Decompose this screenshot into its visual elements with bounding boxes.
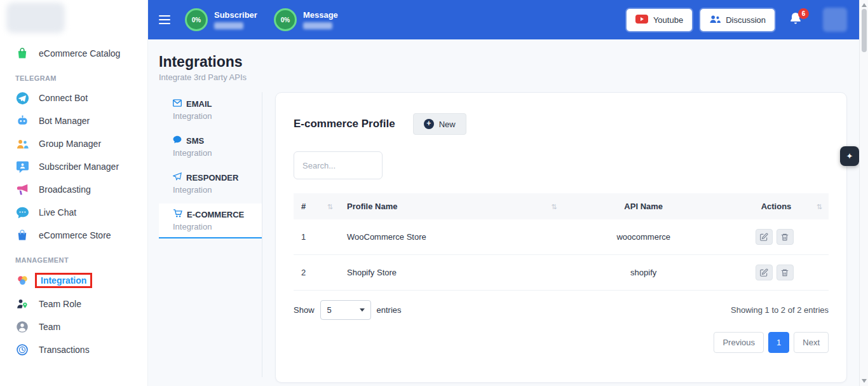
message-metric: 0% Message (274, 8, 338, 31)
cell-profile-name: Shopify Store (339, 255, 563, 291)
sidebar-item-label: eCommerce Store (39, 230, 111, 240)
subscriber-metric-value-redacted (214, 22, 243, 29)
notification-bell-icon[interactable]: 6 (789, 11, 803, 29)
sidebar-item-broadcasting[interactable]: Broadcasting (0, 178, 147, 201)
telegram-icon (15, 91, 29, 105)
megaphone-icon (15, 183, 29, 196)
robot-icon (15, 114, 29, 128)
sidebar-item-live-chat[interactable]: Live Chat (0, 201, 147, 224)
sidebar-item-group-manager[interactable]: Group Manager (0, 132, 147, 155)
sidebar-item-team[interactable]: Team (0, 315, 147, 338)
app-logo (6, 3, 65, 33)
tab-ecommerce-integration[interactable]: E-COMMERCE Integration (159, 203, 262, 238)
top-navbar: 0% Subscriber 0% Message Youtube (148, 0, 868, 39)
column-header-number[interactable]: # ⇅ (294, 193, 339, 219)
page-size-control: Show 5 entries (294, 300, 402, 320)
sidebar-item-label: Live Chat (39, 207, 76, 217)
new-button-label: New (439, 120, 456, 129)
delete-button[interactable] (776, 265, 794, 280)
column-header-label: Profile Name (347, 202, 397, 211)
hamburger-menu-icon[interactable] (159, 15, 170, 24)
delete-button[interactable] (776, 229, 794, 245)
integration-venn-icon (15, 273, 29, 287)
app-window: eCommerce Catalog TELEGRAM Connect Bot B… (0, 0, 868, 386)
search-input[interactable] (294, 151, 383, 179)
youtube-icon (635, 15, 648, 25)
sort-icon[interactable]: ⇅ (551, 202, 557, 210)
cell-profile-name: WooCommerce Store (339, 219, 563, 255)
chat-bubble-icon (15, 205, 29, 219)
tab-subtitle: Integration (173, 148, 255, 158)
main-area: 0% Subscriber 0% Message Youtube (148, 0, 868, 386)
showing-entries-text: Showing 1 to 2 of 2 entries (731, 305, 829, 315)
browser-scrollbar[interactable] (859, 0, 868, 386)
card-title: E-commerce Profile (294, 118, 395, 130)
tab-subtitle: Integration (173, 185, 255, 195)
tab-sms-integration[interactable]: SMS Integration (159, 130, 262, 163)
sidebar-item-label: eCommerce Catalog (39, 48, 120, 59)
column-header-api-name[interactable]: API Name (563, 193, 724, 219)
sidebar-item-team-role[interactable]: Team Role (0, 293, 147, 315)
column-header-label: API Name (624, 202, 663, 211)
annotation-highlight-box: Integration (35, 273, 92, 288)
sidebar: eCommerce Catalog TELEGRAM Connect Bot B… (0, 0, 148, 386)
column-header-profile-name[interactable]: Profile Name ⇅ (339, 193, 563, 219)
profiles-table: # ⇅ Profile Name ⇅ API Name (294, 193, 829, 291)
youtube-button[interactable]: Youtube (627, 9, 692, 31)
scrollbar-up-arrow[interactable] (862, 3, 867, 7)
sidebar-item-ecommerce-store[interactable]: eCommerce Store (0, 224, 147, 247)
cell-number: 2 (294, 255, 339, 291)
sidebar-section-management: MANAGEMENT (0, 247, 147, 268)
table-row: 2 Shopify Store shopify (294, 255, 829, 291)
sidebar-item-label: Team (39, 322, 60, 332)
assistant-fab-sparkle-icon[interactable]: ✦ (840, 146, 859, 166)
pagination: Previous 1 Next (294, 332, 829, 353)
discussion-button[interactable]: Discussion (700, 9, 775, 31)
pagination-next-button[interactable]: Next (794, 332, 829, 353)
pagination-previous-button[interactable]: Previous (714, 332, 764, 353)
sidebar-item-connect-bot[interactable]: Connect Bot (0, 86, 147, 109)
sidebar-item-integration[interactable]: Integration (0, 268, 147, 293)
sort-icon[interactable]: ⇅ (327, 202, 333, 210)
plus-circle-icon: + (424, 119, 434, 129)
subscriber-metric: 0% Subscriber (185, 8, 257, 31)
tab-title: E-COMMERCE (187, 210, 244, 219)
cell-api-name: shopify (563, 255, 724, 291)
tab-title: RESPONDER (186, 173, 238, 183)
subscriber-progress-ring: 0% (185, 8, 208, 31)
subscriber-metric-label: Subscriber (214, 10, 257, 20)
sidebar-item-label: Subscriber Manager (39, 162, 119, 172)
scrollbar-thumb[interactable] (862, 9, 867, 52)
sidebar-item-ecommerce-catalog[interactable]: eCommerce Catalog (0, 42, 147, 65)
clock-circle-icon (15, 343, 29, 357)
user-avatar[interactable] (823, 8, 847, 32)
tab-responder-integration[interactable]: RESPONDER Integration (159, 167, 262, 200)
tab-title: SMS (186, 136, 204, 146)
sidebar-item-transactions[interactable]: Transactions (0, 338, 147, 361)
sidebar-item-subscriber-manager[interactable]: Subscriber Manager (0, 155, 147, 178)
tab-email-integration[interactable]: EMAIL Integration (159, 93, 262, 127)
sidebar-item-bot-manager[interactable]: Bot Manager (0, 109, 147, 132)
column-header-actions[interactable]: Actions ⇅ (724, 193, 829, 219)
pagination-page-1-button[interactable]: 1 (768, 332, 789, 353)
discussion-users-icon (709, 15, 721, 25)
table-row: 1 WooCommerce Store woocommerce (294, 219, 829, 255)
paper-plane-icon (173, 172, 182, 183)
team-circle-icon (15, 320, 29, 334)
sparkle-glyph: ✦ (846, 151, 853, 161)
shopping-bag-green-icon (15, 46, 29, 60)
new-profile-button[interactable]: + New (413, 113, 466, 135)
sms-chat-icon (173, 135, 182, 146)
sidebar-item-label: Transactions (39, 345, 90, 355)
page-subtitle: Integrate 3rd Party APIs (159, 72, 847, 82)
cell-number: 1 (294, 219, 339, 255)
page-size-select[interactable]: 5 (320, 300, 371, 320)
edit-button[interactable] (756, 229, 773, 245)
edit-button[interactable] (756, 265, 773, 280)
scrollbar-down-arrow[interactable] (862, 379, 867, 383)
users-group-icon (15, 137, 29, 151)
chat-user-icon (15, 160, 29, 174)
sort-icon[interactable]: ⇅ (817, 202, 822, 210)
shopping-cart-icon (173, 209, 182, 219)
cell-actions (724, 219, 829, 255)
